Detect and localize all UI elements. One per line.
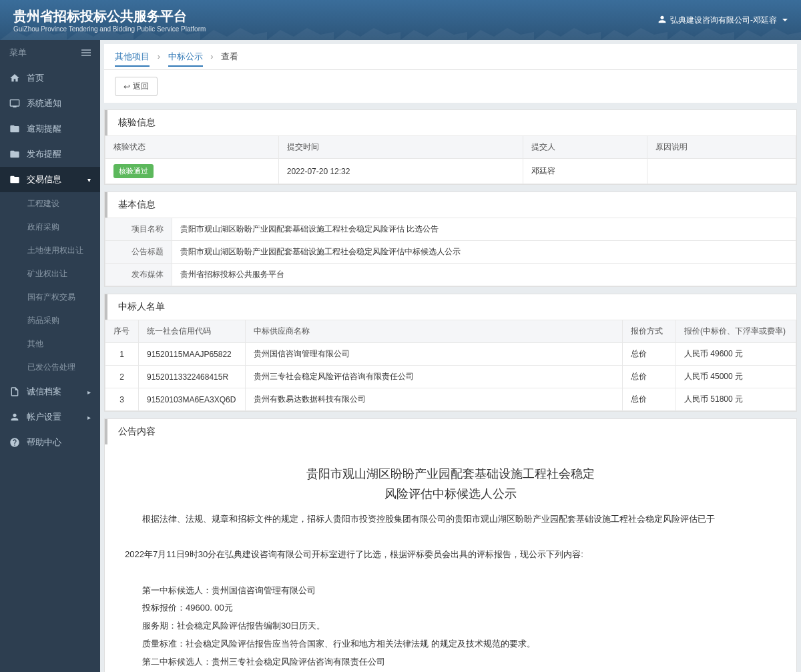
value: 贵阳市观山湖区盼盼产业园配套基础设施工程社会稳定风险评估 比选公告 (172, 218, 796, 241)
verify-table: 核验状态 提交时间 提交人 原因说明 核验通过 2022-07-20 12:32… (105, 135, 796, 184)
sidebar-item-home[interactable]: 首页 (0, 65, 100, 91)
winners-table: 序号 统一社会信用代码 中标供应商名称 报价方式 报价(中标价、下浮率或费率) … (105, 320, 796, 411)
user-icon (657, 14, 668, 27)
chevron-right-icon: ▸ (87, 414, 91, 421)
sidebar-header: 菜单 (0, 40, 100, 65)
c1-name: 第一中标候选人：贵州国信咨询管理有限公司 (125, 583, 776, 599)
folder-icon (9, 149, 20, 159)
th-name: 中标供应商名称 (246, 320, 623, 343)
th-time: 提交时间 (278, 136, 523, 159)
label: 项目名称 (105, 218, 172, 241)
table-row: 1 91520115MAAJP65822 贵州国信咨询管理有限公司 总价 人民币… (105, 343, 796, 366)
breadcrumb-item[interactable]: 中标公示 (168, 51, 203, 67)
announce-section-title: 公告内容 (105, 419, 796, 444)
submenu-gov[interactable]: 政府采购 (0, 216, 100, 239)
app-title: 贵州省招标投标公共服务平台 (13, 7, 206, 25)
user-name: 弘典建设咨询有限公司-邓廷容 (670, 15, 777, 26)
sidebar-item-overdue[interactable]: 逾期提醒 (0, 116, 100, 141)
table-row: 2 91520113322468415R 贵州三专社会稳定风险评估咨询有限责任公… (105, 366, 796, 388)
basic-table: 项目名称贵阳市观山湖区盼盼产业园配套基础设施工程社会稳定风险评估 比选公告 公告… (105, 218, 796, 286)
cell-person: 邓廷容 (523, 159, 647, 184)
th-no: 序号 (105, 320, 139, 343)
sidebar-item-label: 帮助中心 (27, 436, 61, 448)
sidebar-item-label: 诚信档案 (27, 386, 61, 398)
menu-label: 菜单 (9, 47, 27, 59)
breadcrumb-item[interactable]: 其他项目 (115, 51, 150, 67)
th-price: 报价(中标价、下浮率或费率) (676, 320, 796, 343)
sidebar-item-trade[interactable]: 交易信息 ▾ (0, 167, 100, 192)
sidebar-item-label: 交易信息 (27, 174, 61, 186)
header-title-block: 贵州省招标投标公共服务平台 GuiZhou Province Tendering… (13, 7, 206, 33)
verify-title: 核验信息 (105, 110, 796, 135)
user-menu[interactable]: 弘典建设咨询有限公司-邓廷容 (657, 14, 788, 27)
th-status: 核验状态 (105, 136, 279, 159)
winners-title: 中标人名单 (105, 294, 796, 320)
chevron-down-icon: ▾ (87, 176, 91, 184)
table-row: 公告标题贵阳市观山湖区盼盼产业园配套基础设施工程社会稳定风险评估中标候选人公示 (105, 241, 796, 264)
breadcrumb-item: 查看 (221, 51, 238, 61)
home-icon (9, 73, 20, 83)
verify-panel: 核验信息 核验状态 提交时间 提交人 原因说明 核验通过 2022-07-20 … (104, 109, 797, 185)
table-row: 3 91520103MA6EA3XQ6D 贵州有数易达数据科技有限公司 总价 人… (105, 388, 796, 411)
app-subtitle: GuiZhou Province Tendering and Bidding P… (13, 25, 206, 33)
back-button[interactable]: ↩ 返回 (115, 77, 158, 96)
label: 公告标题 (105, 241, 172, 264)
c1-period: 服务期：社会稳定风险评估报告编制30日历天。 (125, 618, 776, 635)
announce-p1: 根据法律、法规、规章和招标文件的规定，招标人贵阳市投资控股集团有限公司的贵阳市观… (125, 511, 776, 528)
announce-panel: 公告内容 贵阳市观山湖区盼盼产业园配套基础设施工程社会稳定 风险评估中标候选人公… (104, 418, 797, 672)
basic-title: 基本信息 (105, 192, 796, 218)
sidebar-item-label: 逾期提醒 (27, 123, 61, 135)
c1-price: 投标报价：49600. 00元 (125, 600, 776, 617)
sidebar-item-notify[interactable]: 系统通知 (0, 91, 100, 116)
breadcrumb: 其他项目 › 中标公示 › 查看 (104, 44, 797, 70)
c1-quality: 质量标准：社会稳定风险评估报告应当符合国家、行业和地方相关法律法规 的规定及技术… (125, 636, 776, 653)
sidebar-item-label: 发布提醒 (27, 148, 61, 160)
th-reason: 原因说明 (647, 136, 796, 159)
sidebar-item-publish[interactable]: 发布提醒 (0, 141, 100, 167)
announce-p2: 2022年7月11日9时30分在弘典建设咨询有限公司开标室进行了比选，根据评标委… (125, 547, 776, 563)
submenu-published[interactable]: 已发公告处理 (0, 356, 100, 379)
submenu-mine[interactable]: 矿业权出让 (0, 262, 100, 286)
submenu-construction[interactable]: 工程建设 (0, 192, 100, 216)
chevron-right-icon: ▸ (87, 388, 91, 396)
value: 贵阳市观山湖区盼盼产业园配套基础设施工程社会稳定风险评估中标候选人公示 (172, 241, 796, 264)
main-content: 其他项目 › 中标公示 › 查看 ↩ 返回 核验信息 核验状态 提交时间 提交人… (100, 40, 801, 672)
user-icon (9, 412, 20, 422)
back-label: 返回 (133, 81, 149, 92)
app-header: 贵州省招标投标公共服务平台 GuiZhou Province Tendering… (0, 0, 801, 40)
sidebar-item-label: 首页 (27, 72, 44, 84)
sidebar-item-account[interactable]: 帐户设置 ▸ (0, 404, 100, 430)
back-arrow-icon: ↩ (123, 82, 130, 91)
cell-reason (647, 159, 796, 184)
submenu-property[interactable]: 国有产权交易 (0, 286, 100, 309)
cell-time: 2022-07-20 12:32 (278, 159, 523, 184)
sidebar-item-label: 系统通知 (27, 97, 61, 109)
basic-panel: 基本信息 项目名称贵阳市观山湖区盼盼产业园配套基础设施工程社会稳定风险评估 比选… (104, 192, 797, 287)
submenu-other[interactable]: 其他 (0, 332, 100, 356)
help-icon (9, 437, 20, 448)
monitor-icon (9, 98, 20, 109)
menu-toggle-icon[interactable] (81, 48, 91, 57)
table-row: 发布媒体贵州省招标投标公共服务平台 (105, 264, 796, 286)
doc-icon (9, 386, 20, 397)
table-row: 核验通过 2022-07-20 12:32 邓廷容 (105, 159, 796, 184)
sidebar-item-credit[interactable]: 诚信档案 ▸ (0, 379, 100, 404)
folder-icon (9, 123, 20, 134)
submenu-land[interactable]: 土地使用权出让 (0, 239, 100, 262)
label: 发布媒体 (105, 264, 172, 286)
status-badge: 核验通过 (113, 164, 154, 178)
th-code: 统一社会信用代码 (139, 320, 246, 343)
table-row: 项目名称贵阳市观山湖区盼盼产业园配套基础设施工程社会稳定风险评估 比选公告 (105, 218, 796, 241)
announce-body: 贵阳市观山湖区盼盼产业园配套基础设施工程社会稳定 风险评估中标候选人公示 根据法… (109, 451, 792, 672)
toolbar: ↩ 返回 (104, 70, 797, 103)
submenu-medicine[interactable]: 药品采购 (0, 309, 100, 332)
winners-panel: 中标人名单 序号 统一社会信用代码 中标供应商名称 报价方式 报价(中标价、下浮… (104, 294, 797, 412)
announce-h1: 贵阳市观山湖区盼盼产业园配套基础设施工程社会稳定 (125, 466, 776, 482)
th-method: 报价方式 (623, 320, 676, 343)
sidebar-item-help[interactable]: 帮助中心 (0, 430, 100, 455)
sidebar-item-label: 帐户设置 (27, 411, 61, 423)
folder-icon (9, 174, 20, 185)
sidebar: 菜单 首页 系统通知 逾期提醒 发布提醒 交易信息 ▾ 工程建设 政府采购 土地… (0, 40, 100, 672)
th-person: 提交人 (523, 136, 647, 159)
value: 贵州省招标投标公共服务平台 (172, 264, 796, 286)
